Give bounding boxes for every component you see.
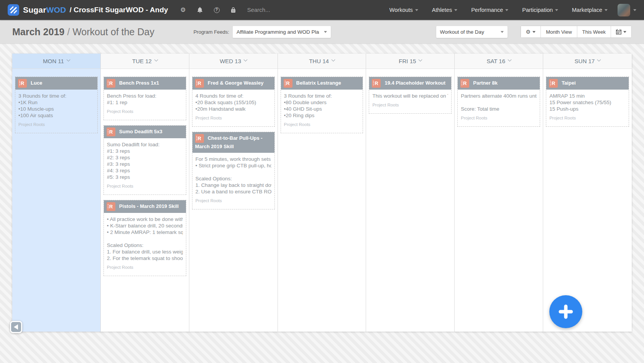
- nav-menu-marketplace[interactable]: Marketplace: [572, 7, 608, 13]
- workout-card[interactable]: RBench Press 1x1 Bench Press for load:#1…: [104, 77, 186, 120]
- calendar: MON 11 RLuce 3 Rounds for time of:•1K Ru…: [12, 54, 632, 332]
- day-label: SUN 17: [575, 58, 595, 64]
- track-select[interactable]: Workout of the Day: [436, 26, 508, 38]
- caret-down-icon: [623, 31, 626, 34]
- day-header[interactable]: TUE 12: [101, 54, 189, 69]
- day-label: TUE 12: [132, 58, 152, 64]
- day-header[interactable]: SUN 17: [543, 54, 632, 69]
- page-title: March 2019/Workout of the Day: [12, 26, 154, 38]
- day-column: SAT 16 RPartner 8k Partners alternate 40…: [455, 54, 543, 332]
- workout-source: Project Roots: [104, 109, 186, 120]
- day-body: RTaipei AMRAP 15 min15 Power snatches (7…: [543, 69, 632, 332]
- month-view-button[interactable]: Month View: [540, 26, 577, 38]
- workout-card[interactable]: RPistols - March 2019 Skill • All practi…: [104, 200, 186, 276]
- workout-line: AMRAP 15 min: [549, 93, 626, 99]
- workout-title: Fred & George Weasley: [208, 80, 264, 86]
- day-header[interactable]: MON 11: [12, 54, 100, 69]
- workout-line: • All practice work to be done witho: [107, 216, 183, 222]
- minimized-widget-button[interactable]: [10, 321, 22, 333]
- project-roots-icon: R: [460, 79, 469, 88]
- program-feeds-select[interactable]: Affiliate Programming and WOD Plans (Su…: [233, 26, 331, 38]
- program-feeds: Program Feeds: Affiliate Programming and…: [194, 26, 331, 38]
- project-roots-icon: R: [107, 202, 115, 211]
- add-workout-fab[interactable]: [549, 295, 582, 328]
- day-body: RFred & George Weasley 4 Rounds for time…: [189, 69, 278, 332]
- day-column: THU 14 RBellatrix Lestrange 3 Rounds for…: [278, 54, 366, 332]
- day-header[interactable]: WED 13: [189, 54, 278, 69]
- workout-line: Scaled Options:: [196, 175, 271, 182]
- help-icon[interactable]: ?: [214, 7, 220, 13]
- workout-line: For 5 minutes, work through sets o: [196, 156, 271, 162]
- day-column: SUN 17 RTaipei AMRAP 15 min15 Power snat…: [543, 54, 632, 332]
- workout-card-header: RFred & George Weasley: [192, 77, 274, 90]
- workout-card[interactable]: R19.4 Placeholder Workout This workout w…: [369, 77, 452, 114]
- workout-line: 2. Use a band to ensure CTB ROM i: [196, 188, 271, 195]
- workout-card[interactable]: RFred & George Weasley 4 Rounds for time…: [192, 77, 275, 127]
- nav-menu-performance[interactable]: Performance: [471, 7, 508, 13]
- workout-lines: For 5 minutes, work through sets o• Stri…: [192, 153, 274, 195]
- caret-down-icon: [415, 9, 418, 13]
- workout-line: Scaled Options:: [107, 242, 183, 249]
- day-header[interactable]: FRI 15: [366, 54, 454, 69]
- brand-home-link[interactable]: SugarWOD: [8, 4, 66, 16]
- workout-source: Project Roots: [192, 116, 274, 126]
- day-header[interactable]: THU 14: [278, 54, 366, 69]
- nav-menu-workouts[interactable]: Workouts: [389, 7, 418, 13]
- workout-card[interactable]: RBellatrix Lestrange 3 Rounds for time o…: [281, 77, 363, 133]
- search-input[interactable]: [247, 7, 389, 13]
- workout-lines: 3 Rounds for time of:•1K Run•10 Muscle-u…: [15, 90, 97, 119]
- workout-title: Pistols - March 2019 Skill: [119, 203, 179, 209]
- workout-card[interactable]: RChest-to-Bar Pull-Ups - March 2019 Skil…: [192, 132, 275, 209]
- gear-icon: ⚙: [526, 29, 531, 35]
- workout-card[interactable]: RLuce 3 Rounds for time of:•1K Run•10 Mu…: [15, 77, 98, 133]
- month-label: March 2019: [12, 26, 64, 37]
- workout-line: #4: 3 reps: [107, 167, 183, 174]
- search-container: [247, 7, 389, 13]
- bell-icon[interactable]: [197, 7, 203, 13]
- workout-line: 2. For the telemark squat to shoot t: [107, 255, 183, 262]
- workout-card-header: RTaipei: [546, 77, 629, 90]
- lock-icon[interactable]: [231, 7, 236, 13]
- day-label: WED 13: [220, 58, 241, 64]
- day-column: MON 11 RLuce 3 Rounds for time of:•1K Ru…: [12, 54, 101, 332]
- workout-line: •100 Air squats: [18, 112, 94, 119]
- workout-lines: 4 Rounds for time of:•20 Back squats (15…: [192, 90, 274, 112]
- nav-menu-participation[interactable]: Participation: [522, 7, 558, 13]
- project-roots-icon: R: [18, 79, 27, 88]
- workout-line: Score: Total time: [461, 106, 537, 112]
- workout-card[interactable]: RPartner 8k Partners alternate 400m runs…: [457, 77, 540, 127]
- day-body: RBench Press 1x1 Bench Press for load:#1…: [101, 69, 189, 332]
- day-label: SAT 16: [486, 58, 505, 64]
- workout-card[interactable]: RTaipei AMRAP 15 min15 Power snatches (7…: [546, 77, 629, 127]
- workout-line: 15 Push-ups: [549, 106, 626, 112]
- day-header[interactable]: SAT 16: [455, 54, 543, 69]
- workout-line: •1K Run: [18, 99, 94, 106]
- user-menu[interactable]: [618, 4, 636, 16]
- workout-lines: • All practice work to be done witho• K-…: [104, 213, 186, 262]
- workout-title: Taipei: [562, 80, 576, 86]
- workout-card[interactable]: RSumo Deadlift 5x3 Sumo Deadlift for loa…: [104, 125, 186, 195]
- chevron-down-icon: [508, 58, 512, 62]
- nav-menu-athletes[interactable]: Athletes: [432, 7, 457, 13]
- this-week-button[interactable]: This Week: [577, 26, 611, 38]
- workout-line: #2: 3 reps: [107, 154, 183, 161]
- workout-line: 1. Change lay back to straight dow: [196, 182, 271, 188]
- chevron-down-icon: [419, 58, 422, 62]
- caret-down-icon: [605, 9, 608, 13]
- workout-title: Bench Press 1x1: [119, 80, 159, 86]
- workout-line: #3: 3 reps: [107, 161, 183, 167]
- workout-lines: AMRAP 15 min15 Power snatches (75/55)15 …: [546, 90, 629, 112]
- calendar-dropdown-button[interactable]: [611, 26, 631, 38]
- workout-line: •80 Double unders: [284, 99, 360, 106]
- day-column: TUE 12 RBench Press 1x1 Bench Press for …: [101, 54, 189, 332]
- workout-line: 1. For balance drill, use less weight: [107, 249, 183, 255]
- workout-card-header: RPistols - March 2019 Skill: [104, 200, 186, 213]
- settings-dropdown-button[interactable]: ⚙: [521, 26, 541, 38]
- workout-line: • K-Starr balance drill, 20 seconds p: [107, 222, 183, 229]
- navbar-icon-group: ⚙ ?: [180, 7, 235, 13]
- workout-line: •10 Muscle-ups: [18, 106, 94, 112]
- workout-line: [196, 169, 271, 175]
- gear-icon[interactable]: ⚙: [180, 7, 186, 13]
- workout-title: Sumo Deadlift 5x3: [119, 129, 163, 134]
- primary-nav: Workouts Athletes Performance Participat…: [389, 7, 608, 13]
